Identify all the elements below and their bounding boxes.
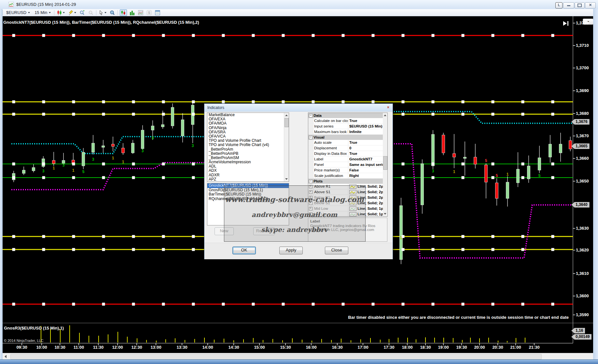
bar-count-annotation: 3 — [152, 136, 154, 140]
indicator-list-item[interactable]: OFA/Ninja — [207, 126, 289, 130]
apply-button[interactable]: Apply — [279, 247, 303, 254]
property-category[interactable]: −Data — [308, 113, 383, 118]
level-marker — [12, 176, 15, 179]
price-marker-tag: 1,3640 — [571, 202, 590, 208]
scroll-left-arrow-icon[interactable] — [5, 355, 7, 358]
indicator-list-item[interactable]: OFA/MOA — [207, 121, 289, 126]
property-row[interactable]: LabelGnostickNT7 — [308, 156, 383, 162]
close-button-dialog[interactable]: Close — [325, 247, 348, 254]
indicator-list-item[interactable]: OFA/SRA — [207, 130, 289, 134]
property-row[interactable]: Displacement0 — [308, 145, 383, 151]
price-axis-label: 1,3660 — [576, 156, 589, 161]
bar-count-annotation: 5 — [496, 173, 498, 178]
bar-count-annotation: 1 — [112, 156, 114, 160]
candle-body — [92, 143, 95, 152]
time-axis-label: 16:00 — [306, 345, 316, 350]
property-category[interactable]: −Plots — [308, 179, 383, 184]
ok-button[interactable]: OK — [232, 247, 256, 254]
indicator-list-item[interactable]: APZ — [207, 177, 289, 182]
indicator-list-item[interactable]: AcmeVolumeImpression — [207, 160, 289, 164]
property-row[interactable]: Input series$EURUSD (15 Min) — [308, 124, 383, 129]
time-axis-label: 11:00 — [74, 345, 84, 350]
level-marker — [551, 163, 554, 166]
available-indicators-list[interactable]: MarketBalanceOFA/EXAOFA/MOAOFA/NinjaOFA/… — [207, 113, 289, 182]
time-axis-label: 12:00 — [112, 345, 123, 350]
scroll-down-icon[interactable] — [384, 213, 386, 215]
collapse-icon[interactable]: − — [309, 114, 313, 117]
candle-body — [132, 143, 134, 153]
property-row[interactable]: Calculate on bar closeTrue — [308, 118, 383, 124]
level-marker — [492, 163, 494, 166]
time-axis-label: 14:00 — [202, 345, 213, 350]
time-axis-label: 13:00 — [150, 345, 161, 350]
property-row[interactable]: Display in Data BoxTrue — [308, 151, 383, 156]
dialog-close-icon[interactable]: × — [386, 105, 390, 110]
level-marker — [492, 176, 494, 179]
bar-count-annotation: 5 — [82, 169, 85, 174]
level-marker — [402, 248, 405, 251]
candle-body — [432, 134, 435, 166]
level-marker — [102, 34, 105, 37]
level-marker — [432, 34, 435, 37]
level-marker — [462, 303, 465, 306]
indicator-list-item[interactable]: ADXR — [207, 173, 289, 177]
level-marker — [132, 248, 135, 251]
level-marker — [432, 248, 435, 251]
candle-body — [400, 206, 403, 260]
property-category[interactable]: −Visual — [308, 135, 383, 140]
go-to-last-bar-icon[interactable] — [563, 21, 570, 26]
bar-count-annotation: 3 — [142, 149, 144, 153]
scrollbar-thumb[interactable] — [10, 354, 542, 359]
scroll-up-icon[interactable] — [285, 115, 288, 116]
level-marker — [492, 248, 494, 251]
scroll-up-icon[interactable] — [384, 115, 386, 116]
property-row[interactable]: Auto scaleTrue — [308, 140, 383, 145]
indicator-list-item[interactable]: TPO and Volume Profile Chart (v4) — [207, 143, 289, 147]
dialog-title-bar[interactable]: Indicators × — [204, 104, 393, 112]
time-axis-label: 10:00 — [36, 345, 47, 350]
scrollbar-thumb[interactable] — [383, 156, 387, 170]
level-marker — [432, 113, 435, 116]
level-marker — [132, 176, 135, 179]
property-row[interactable]: Scale justificationRight — [308, 173, 383, 179]
time-axis-label: 21:00 — [510, 345, 521, 350]
horizontal-scrollbar[interactable] — [3, 353, 593, 360]
bar-count-annotation: 3 — [42, 169, 45, 173]
collapse-icon[interactable]: − — [309, 180, 313, 183]
indicator-list-item[interactable]: ADX — [207, 169, 289, 173]
bar-count-annotation: 5 — [485, 158, 487, 163]
scroll-down-icon[interactable] — [285, 178, 288, 180]
collapse-icon[interactable]: − — [309, 136, 313, 139]
list-scrollbar[interactable] — [284, 113, 289, 182]
indicator-list-item[interactable]: ADL — [207, 164, 289, 169]
level-marker — [12, 248, 15, 251]
level-marker — [162, 34, 165, 37]
properties-scrollbar[interactable] — [383, 113, 388, 217]
candle-body — [171, 107, 174, 126]
price-axis-label: 1,3720 — [576, 20, 589, 25]
price-axis-label: 1,3630 — [576, 226, 589, 231]
property-row[interactable]: Maximum bars look backInfinite — [308, 129, 383, 135]
level-marker — [12, 303, 15, 306]
level-marker — [72, 303, 75, 306]
level-marker — [102, 176, 105, 179]
level-marker — [42, 176, 45, 179]
level-marker — [492, 113, 494, 116]
window-frame — [0, 9, 3, 359]
level-marker — [252, 34, 255, 37]
candle-body — [549, 144, 552, 157]
level-marker — [462, 176, 465, 179]
indicator-list-item[interactable]: _BetterProAmPB — [207, 152, 289, 156]
level-marker — [162, 303, 165, 306]
level-marker — [372, 303, 375, 306]
scrollbar-thumb[interactable] — [285, 118, 289, 127]
level-marker — [72, 235, 75, 238]
indicator-list-item[interactable]: _BetterProAm — [207, 147, 289, 152]
level-marker — [342, 101, 345, 103]
property-row[interactable]: Price marker(s)False — [308, 168, 383, 173]
level-marker — [342, 34, 345, 37]
level-marker — [42, 113, 45, 116]
candle-body — [22, 170, 25, 173]
property-row[interactable]: PanelSame as input series — [308, 162, 383, 168]
level-marker — [522, 235, 524, 238]
